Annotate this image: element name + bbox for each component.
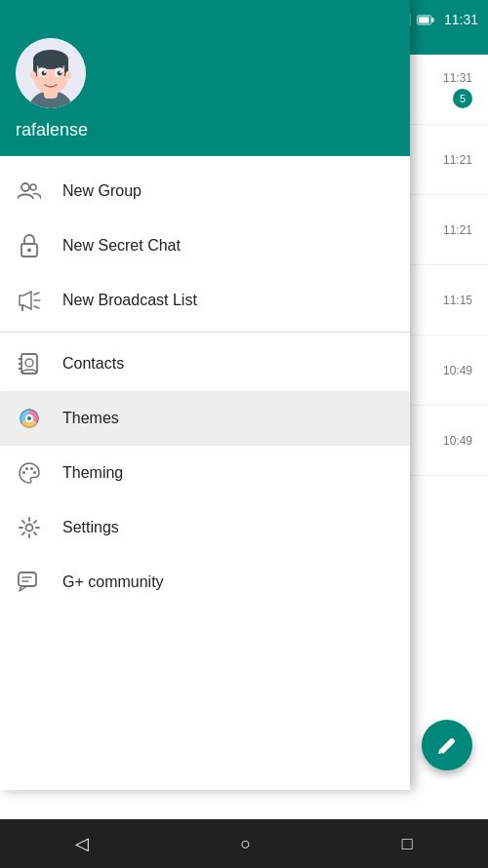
new-group-label: New Group bbox=[62, 182, 142, 200]
sidebar-item-theming[interactable]: Theming bbox=[0, 446, 410, 500]
svg-point-34 bbox=[42, 71, 47, 76]
sidebar-item-settings[interactable]: Settings bbox=[0, 500, 410, 555]
svg-rect-22 bbox=[419, 17, 429, 22]
contacts-icon bbox=[16, 350, 43, 377]
sidebar-username: rafalense bbox=[16, 120, 394, 140]
chat-meta: 11:31 5 bbox=[443, 71, 472, 108]
chat-meta: 11:21 bbox=[443, 223, 472, 237]
settings-label: Settings bbox=[62, 519, 119, 536]
battery-icon bbox=[417, 11, 434, 28]
chat-meta: 11:15 bbox=[443, 294, 472, 307]
sidebar-item-new-secret-chat[interactable]: New Secret Chat bbox=[0, 218, 410, 273]
chat-time: 10:49 bbox=[443, 434, 472, 448]
sidebar-item-new-broadcast[interactable]: New Broadcast List bbox=[0, 273, 410, 328]
svg-point-41 bbox=[30, 184, 36, 190]
svg-point-36 bbox=[44, 71, 46, 73]
bottom-nav: ◁ ○ □ bbox=[0, 819, 488, 868]
svg-point-39 bbox=[65, 71, 71, 79]
svg-point-59 bbox=[25, 467, 28, 470]
svg-point-60 bbox=[30, 467, 33, 470]
svg-point-57 bbox=[27, 416, 31, 420]
chat-meta: 11:21 bbox=[443, 153, 472, 167]
menu-divider bbox=[0, 332, 410, 333]
sidebar-item-new-group[interactable]: New Group bbox=[0, 164, 410, 218]
sidebar-item-themes[interactable]: Themes bbox=[0, 391, 410, 446]
svg-line-47 bbox=[34, 306, 39, 308]
recent-apps-button[interactable]: □ bbox=[402, 834, 413, 854]
settings-icon bbox=[16, 514, 43, 541]
home-button[interactable]: ○ bbox=[240, 834, 251, 854]
sidebar-menu: New Group New Secret Chat bbox=[0, 156, 410, 790]
new-secret-chat-label: New Secret Chat bbox=[62, 237, 181, 255]
contacts-label: Contacts bbox=[62, 355, 124, 373]
svg-point-29 bbox=[33, 50, 68, 69]
user-avatar[interactable] bbox=[16, 38, 86, 108]
svg-line-45 bbox=[34, 293, 39, 295]
gplus-label: G+ community bbox=[62, 573, 164, 591]
compose-fab[interactable] bbox=[422, 720, 472, 770]
chat-time: 10:49 bbox=[443, 364, 472, 377]
svg-point-37 bbox=[60, 71, 61, 73]
svg-point-50 bbox=[25, 359, 33, 367]
svg-point-62 bbox=[26, 525, 33, 532]
lock-icon bbox=[16, 232, 43, 259]
back-button[interactable]: ◁ bbox=[75, 833, 89, 854]
chat-meta: 10:49 bbox=[443, 434, 472, 448]
chat-time: 11:21 bbox=[443, 223, 472, 237]
status-time: 11:31 bbox=[444, 12, 478, 27]
chat-time: 11:31 bbox=[443, 71, 472, 85]
svg-point-40 bbox=[21, 183, 29, 191]
sidebar-header: rafalense bbox=[0, 0, 410, 156]
pencil-icon bbox=[436, 734, 458, 756]
gplus-icon bbox=[16, 569, 43, 596]
theming-icon bbox=[16, 459, 43, 487]
svg-marker-44 bbox=[20, 292, 31, 309]
svg-point-43 bbox=[27, 249, 31, 253]
theming-label: Theming bbox=[62, 464, 123, 482]
sidebar-item-contacts[interactable]: Contacts bbox=[0, 336, 410, 391]
svg-rect-63 bbox=[19, 572, 36, 586]
chat-time: 11:15 bbox=[443, 294, 472, 307]
svg-point-58 bbox=[22, 471, 25, 474]
themes-icon bbox=[16, 405, 43, 432]
group-icon bbox=[16, 178, 43, 205]
chat-time: 11:21 bbox=[443, 153, 472, 167]
chat-meta: 10:49 bbox=[443, 364, 472, 377]
unread-badge: 5 bbox=[453, 89, 472, 108]
sidebar: rafalense New Group bbox=[0, 0, 410, 790]
megaphone-icon bbox=[16, 287, 43, 314]
svg-rect-21 bbox=[431, 18, 433, 22]
svg-point-38 bbox=[30, 71, 36, 79]
sidebar-item-gplus[interactable]: G+ community bbox=[0, 555, 410, 610]
svg-point-35 bbox=[58, 71, 62, 76]
themes-label: Themes bbox=[62, 410, 119, 427]
new-broadcast-label: New Broadcast List bbox=[62, 292, 197, 309]
svg-point-61 bbox=[33, 471, 36, 474]
